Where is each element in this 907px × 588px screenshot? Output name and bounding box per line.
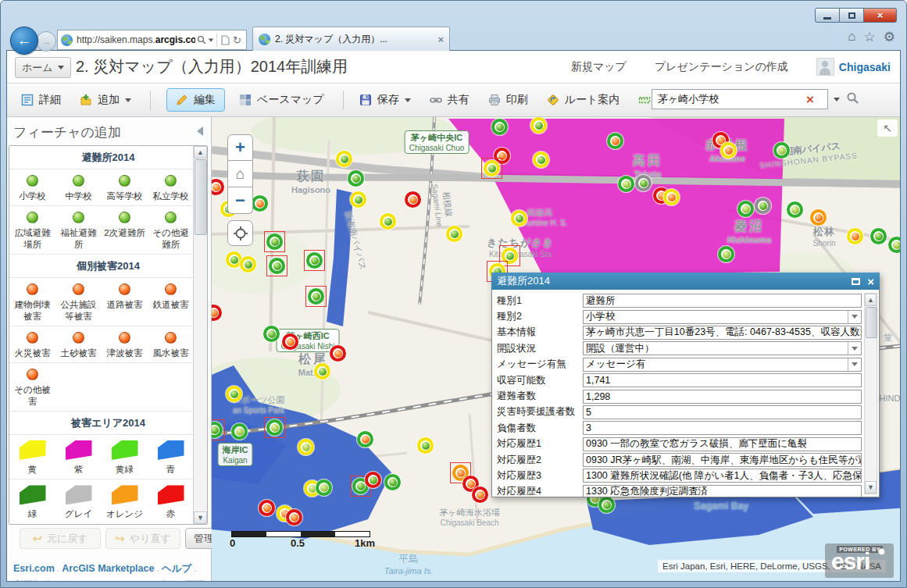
feature-template[interactable]: 私立学校 [148, 175, 194, 201]
map-marker[interactable] [417, 437, 434, 454]
close-button[interactable]: × [864, 8, 897, 23]
browser-tab[interactable]: 2. 災対マップ（入力用）... × [252, 27, 450, 51]
map-marker[interactable] [787, 201, 803, 218]
edit-button[interactable]: 編集 [166, 88, 225, 112]
add-button[interactable]: 追加 [80, 93, 131, 107]
feature-template[interactable]: 道路被害 [102, 283, 148, 322]
map-marker[interactable] [365, 472, 381, 488]
feature-template[interactable]: 中学校 [55, 175, 102, 201]
map-marker[interactable] [618, 176, 634, 192]
scroll-thumb[interactable] [866, 307, 877, 338]
scroll-down-icon[interactable]: ▼ [865, 481, 877, 494]
feature-template[interactable]: 黄 [9, 440, 55, 475]
field-select[interactable]: 小学校 [583, 310, 862, 324]
footer-link[interactable]: Esri に連絡 [127, 580, 177, 582]
user-menu[interactable]: Chigasaki [816, 58, 891, 76]
feature-template[interactable]: その他避難所 [148, 212, 194, 250]
footer-link[interactable]: Esri.com [13, 563, 55, 574]
feature-template[interactable]: 風水被害 [148, 332, 194, 358]
search-input[interactable] [652, 89, 828, 109]
map-marker[interactable] [316, 479, 332, 496]
footer-link[interactable]: ヘルプ [162, 563, 191, 574]
zoom-in-button[interactable]: + [227, 134, 253, 161]
field-input[interactable]: 0930 JR茅ヶ崎駅、南湖、中海岸、東海岸地区からも住民等が避難して [583, 453, 862, 467]
details-button[interactable]: 詳細 [21, 93, 61, 107]
map-marker[interactable] [259, 500, 275, 516]
feature-template[interactable]: 福祉避難所 [55, 212, 102, 250]
map-marker[interactable] [308, 288, 324, 305]
favorites-star-icon[interactable]: ☆ [864, 29, 876, 45]
map-marker[interactable] [298, 439, 314, 455]
popup-scrollbar[interactable]: ▲ ▼ [864, 293, 877, 494]
gear-icon[interactable]: ⚙ [884, 29, 895, 45]
field-input[interactable]: 茅ヶ崎市共恵一丁目10番23号、電話: 0467-83-4535、収容人数: 1… [583, 326, 862, 340]
feature-template[interactable]: 青 [148, 440, 194, 475]
footer-link[interactable]: プライバシー [59, 580, 119, 582]
field-input[interactable]: 1,298 [583, 390, 862, 404]
map-marker[interactable] [720, 142, 737, 159]
map-marker[interactable] [847, 228, 863, 244]
map-marker[interactable] [330, 345, 346, 362]
edit-arrow-icon[interactable]: ↖ [877, 119, 898, 137]
map-marker[interactable] [810, 209, 827, 226]
undo-button[interactable]: ↩ 元に戻す [20, 528, 101, 549]
map-marker[interactable] [635, 175, 652, 191]
feature-template[interactable]: 津波被害 [102, 332, 148, 358]
field-input[interactable]: 5 [583, 405, 862, 419]
field-input[interactable]: 0930 一部の教室で窓ガラス破損、廊下壁面に亀裂 [583, 437, 862, 451]
map-marker[interactable] [533, 151, 549, 168]
create-presentation-link[interactable]: プレゼンテーションの作成 [655, 60, 788, 74]
feature-template[interactable]: 高等学校 [102, 175, 148, 201]
map-marker[interactable] [530, 117, 547, 134]
map-marker[interactable] [472, 486, 488, 503]
map-marker[interactable] [755, 198, 771, 214]
feature-template[interactable]: その他被害 [9, 369, 55, 407]
feature-template[interactable]: オレンジ [102, 485, 148, 519]
map-marker[interactable] [266, 419, 283, 436]
sidebar-scrollbar[interactable]: ▲ ▼ [193, 146, 207, 524]
map-marker[interactable] [263, 326, 280, 342]
field-select[interactable]: 開設（運営中） [583, 341, 862, 355]
feature-template[interactable]: 土砂被害 [55, 332, 102, 358]
map-marker[interactable] [286, 509, 302, 526]
map-marker[interactable] [888, 237, 900, 253]
map-marker[interactable] [446, 226, 462, 242]
map-marker[interactable] [282, 333, 298, 350]
dropdown-caret-icon[interactable] [848, 342, 861, 355]
field-input[interactable]: 1300 避難所状況確認(他 障がい者1人、負傷者・子3人、応急保育2 [583, 469, 862, 483]
scroll-up-icon[interactable]: ▲ [865, 294, 877, 306]
tab-close-icon[interactable]: × [437, 34, 444, 45]
map-marker[interactable] [773, 142, 790, 159]
map-marker[interactable] [405, 191, 421, 208]
clear-search-icon[interactable]: × [806, 93, 814, 106]
footer-link[interactable]: 利用規約 [13, 580, 52, 582]
scroll-thumb[interactable] [195, 159, 207, 235]
map-marker[interactable] [380, 213, 396, 230]
map-canvas[interactable]: 茅ヶ崎中央ICChigasaki Chuo茅ヶ崎西ICChigasaki Nis… [212, 117, 900, 581]
search-options-caret-icon[interactable] [834, 98, 840, 102]
feature-template[interactable]: グレイ [55, 485, 102, 519]
map-marker[interactable] [511, 210, 527, 226]
map-marker[interactable] [384, 474, 401, 490]
feature-template[interactable]: 火災被害 [9, 332, 55, 358]
map-marker[interactable] [484, 160, 500, 176]
basemap-button[interactable]: ベースマップ [239, 93, 324, 107]
address-caret-icon[interactable] [209, 38, 213, 41]
map-marker[interactable] [718, 246, 734, 262]
map-marker[interactable] [348, 170, 364, 187]
field-input[interactable]: 1,741 [583, 373, 862, 387]
compatibility-icon[interactable] [221, 35, 230, 45]
forward-button[interactable]: → [36, 31, 56, 52]
map-marker[interactable] [350, 191, 366, 208]
map-marker[interactable] [231, 423, 248, 440]
map-marker[interactable] [491, 119, 508, 135]
feature-template[interactable]: 赤 [148, 485, 194, 519]
feature-template[interactable]: 公共施設等被害 [55, 283, 102, 322]
map-marker[interactable] [357, 431, 373, 447]
map-marker[interactable] [252, 195, 268, 212]
scroll-up-icon[interactable]: ▲ [194, 146, 207, 159]
scroll-down-icon[interactable]: ▼ [194, 511, 207, 524]
minimize-button[interactable] [815, 8, 840, 23]
collapse-panel-icon[interactable] [197, 127, 203, 136]
feature-template[interactable]: 紫 [55, 440, 102, 475]
